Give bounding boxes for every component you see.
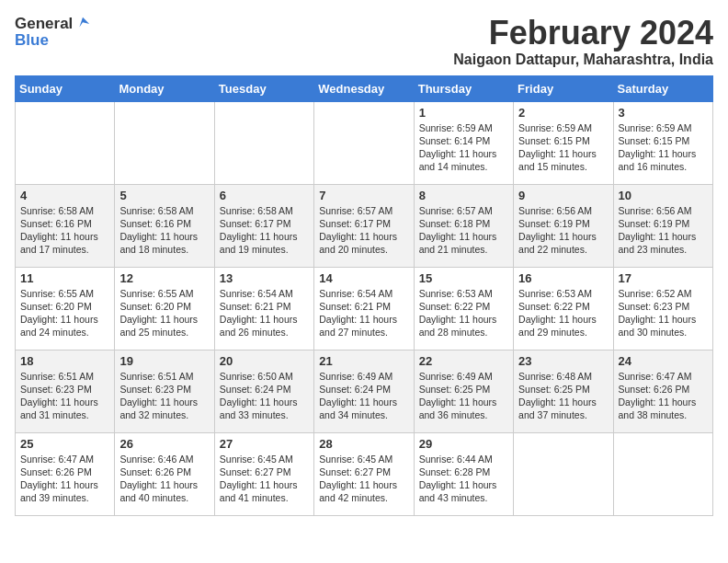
weekday-header-row: SundayMondayTuesdayWednesdayThursdayFrid… — [16, 75, 713, 101]
day-info: Sunrise: 6:57 AMSunset: 6:17 PMDaylight:… — [319, 204, 408, 257]
day-number: 24 — [619, 354, 708, 368]
calendar-day-cell: 23Sunrise: 6:48 AMSunset: 6:25 PMDayligh… — [514, 350, 613, 432]
day-info: Sunrise: 6:52 AMSunset: 6:23 PMDaylight:… — [619, 287, 708, 339]
day-info: Sunrise: 6:56 AMSunset: 6:19 PMDaylight:… — [518, 204, 608, 257]
calendar-day-cell: 10Sunrise: 6:56 AMSunset: 6:19 PMDayligh… — [613, 184, 712, 267]
day-info: Sunrise: 6:53 AMSunset: 6:22 PMDaylight:… — [518, 287, 608, 339]
day-number: 10 — [619, 189, 708, 202]
day-number: 13 — [220, 271, 309, 285]
day-number: 18 — [20, 354, 109, 368]
calendar-day-cell: 26Sunrise: 6:46 AMSunset: 6:26 PMDayligh… — [115, 432, 214, 515]
day-info: Sunrise: 6:54 AMSunset: 6:21 PMDaylight:… — [220, 287, 309, 339]
day-info: Sunrise: 6:55 AMSunset: 6:20 PMDaylight:… — [20, 287, 109, 339]
calendar-week-row: 11Sunrise: 6:55 AMSunset: 6:20 PMDayligh… — [16, 267, 713, 350]
calendar-title: February 2024 — [453, 15, 713, 52]
calendar-day-cell: 16Sunrise: 6:53 AMSunset: 6:22 PMDayligh… — [514, 267, 613, 350]
calendar-day-cell — [214, 101, 313, 184]
calendar-body: 1Sunrise: 6:59 AMSunset: 6:14 PMDaylight… — [16, 101, 713, 515]
day-info: Sunrise: 6:58 AMSunset: 6:17 PMDaylight:… — [220, 204, 309, 257]
day-info: Sunrise: 6:48 AMSunset: 6:25 PMDaylight:… — [518, 370, 608, 422]
calendar-day-cell: 13Sunrise: 6:54 AMSunset: 6:21 PMDayligh… — [214, 267, 313, 350]
svg-marker-0 — [80, 17, 90, 28]
day-info: Sunrise: 6:59 AMSunset: 6:14 PMDaylight:… — [419, 121, 508, 174]
calendar-week-row: 1Sunrise: 6:59 AMSunset: 6:14 PMDaylight… — [16, 101, 713, 184]
weekday-header-cell: Sunday — [16, 75, 115, 101]
day-info: Sunrise: 6:57 AMSunset: 6:18 PMDaylight:… — [419, 204, 508, 257]
day-info: Sunrise: 6:59 AMSunset: 6:15 PMDaylight:… — [619, 121, 708, 174]
day-number: 16 — [518, 271, 608, 285]
calendar-day-cell: 4Sunrise: 6:58 AMSunset: 6:16 PMDaylight… — [16, 184, 115, 267]
day-number: 29 — [419, 437, 508, 451]
day-info: Sunrise: 6:55 AMSunset: 6:20 PMDaylight:… — [119, 287, 209, 339]
day-info: Sunrise: 6:51 AMSunset: 6:23 PMDaylight:… — [20, 370, 109, 422]
calendar-day-cell: 1Sunrise: 6:59 AMSunset: 6:14 PMDaylight… — [414, 101, 513, 184]
calendar-day-cell: 20Sunrise: 6:50 AMSunset: 6:24 PMDayligh… — [214, 350, 313, 432]
day-info: Sunrise: 6:56 AMSunset: 6:19 PMDaylight:… — [619, 204, 708, 257]
day-number: 17 — [619, 271, 708, 285]
calendar-day-cell: 25Sunrise: 6:47 AMSunset: 6:26 PMDayligh… — [16, 432, 115, 515]
day-number: 28 — [319, 437, 408, 451]
logo: General Blue — [15, 15, 91, 50]
calendar-day-cell: 22Sunrise: 6:49 AMSunset: 6:25 PMDayligh… — [414, 350, 513, 432]
calendar-day-cell: 21Sunrise: 6:49 AMSunset: 6:24 PMDayligh… — [314, 350, 414, 432]
day-info: Sunrise: 6:49 AMSunset: 6:25 PMDaylight:… — [419, 370, 508, 422]
logo-bird-icon — [74, 16, 91, 32]
calendar-day-cell — [314, 101, 414, 184]
calendar-day-cell: 29Sunrise: 6:44 AMSunset: 6:28 PMDayligh… — [414, 432, 513, 515]
day-info: Sunrise: 6:50 AMSunset: 6:24 PMDaylight:… — [220, 370, 309, 422]
calendar-day-cell: 11Sunrise: 6:55 AMSunset: 6:20 PMDayligh… — [16, 267, 115, 350]
calendar-header: SundayMondayTuesdayWednesdayThursdayFrid… — [16, 75, 713, 101]
day-number: 27 — [220, 437, 309, 451]
calendar-day-cell: 12Sunrise: 6:55 AMSunset: 6:20 PMDayligh… — [115, 267, 214, 350]
day-number: 14 — [319, 271, 408, 285]
weekday-header-cell: Thursday — [414, 75, 513, 101]
header: General Blue February 2024 Naigaon Datta… — [15, 15, 713, 68]
calendar-table: SundayMondayTuesdayWednesdayThursdayFrid… — [15, 75, 713, 516]
day-number: 23 — [518, 354, 608, 368]
calendar-week-row: 4Sunrise: 6:58 AMSunset: 6:16 PMDaylight… — [16, 184, 713, 267]
calendar-day-cell: 17Sunrise: 6:52 AMSunset: 6:23 PMDayligh… — [613, 267, 712, 350]
logo-general-text: General — [15, 15, 73, 33]
weekday-header-cell: Monday — [115, 75, 214, 101]
day-info: Sunrise: 6:44 AMSunset: 6:28 PMDaylight:… — [419, 453, 508, 505]
calendar-day-cell: 28Sunrise: 6:45 AMSunset: 6:27 PMDayligh… — [314, 432, 414, 515]
calendar-day-cell: 5Sunrise: 6:58 AMSunset: 6:16 PMDaylight… — [115, 184, 214, 267]
calendar-day-cell: 27Sunrise: 6:45 AMSunset: 6:27 PMDayligh… — [214, 432, 313, 515]
logo-blue-text: Blue — [15, 31, 49, 50]
calendar-day-cell: 8Sunrise: 6:57 AMSunset: 6:18 PMDaylight… — [414, 184, 513, 267]
weekday-header-cell: Friday — [514, 75, 613, 101]
day-number: 9 — [518, 189, 608, 202]
day-number: 3 — [619, 106, 708, 120]
day-number: 4 — [20, 189, 109, 202]
day-number: 21 — [319, 354, 408, 368]
day-number: 6 — [220, 189, 309, 202]
day-number: 19 — [119, 354, 209, 368]
calendar-week-row: 25Sunrise: 6:47 AMSunset: 6:26 PMDayligh… — [16, 432, 713, 515]
day-info: Sunrise: 6:45 AMSunset: 6:27 PMDaylight:… — [319, 453, 408, 505]
weekday-header-cell: Saturday — [613, 75, 712, 101]
day-number: 15 — [419, 271, 508, 285]
weekday-header-cell: Tuesday — [214, 75, 313, 101]
day-info: Sunrise: 6:51 AMSunset: 6:23 PMDaylight:… — [119, 370, 209, 422]
calendar-day-cell — [514, 432, 613, 515]
day-info: Sunrise: 6:49 AMSunset: 6:24 PMDaylight:… — [319, 370, 408, 422]
calendar-subtitle: Naigaon Dattapur, Maharashtra, India — [453, 52, 713, 68]
day-number: 26 — [119, 437, 209, 451]
calendar-day-cell: 19Sunrise: 6:51 AMSunset: 6:23 PMDayligh… — [115, 350, 214, 432]
calendar-day-cell: 6Sunrise: 6:58 AMSunset: 6:17 PMDaylight… — [214, 184, 313, 267]
day-number: 25 — [20, 437, 109, 451]
day-number: 8 — [419, 189, 508, 202]
day-number: 20 — [220, 354, 309, 368]
day-info: Sunrise: 6:47 AMSunset: 6:26 PMDaylight:… — [20, 453, 109, 505]
calendar-week-row: 18Sunrise: 6:51 AMSunset: 6:23 PMDayligh… — [16, 350, 713, 432]
day-info: Sunrise: 6:59 AMSunset: 6:15 PMDaylight:… — [518, 121, 608, 174]
calendar-day-cell: 2Sunrise: 6:59 AMSunset: 6:15 PMDaylight… — [514, 101, 613, 184]
day-info: Sunrise: 6:54 AMSunset: 6:21 PMDaylight:… — [319, 287, 408, 339]
day-number: 1 — [419, 106, 508, 120]
calendar-day-cell: 15Sunrise: 6:53 AMSunset: 6:22 PMDayligh… — [414, 267, 513, 350]
calendar-day-cell: 7Sunrise: 6:57 AMSunset: 6:17 PMDaylight… — [314, 184, 414, 267]
day-info: Sunrise: 6:47 AMSunset: 6:26 PMDaylight:… — [619, 370, 708, 422]
calendar-day-cell — [613, 432, 712, 515]
day-info: Sunrise: 6:53 AMSunset: 6:22 PMDaylight:… — [419, 287, 508, 339]
calendar-day-cell — [115, 101, 214, 184]
